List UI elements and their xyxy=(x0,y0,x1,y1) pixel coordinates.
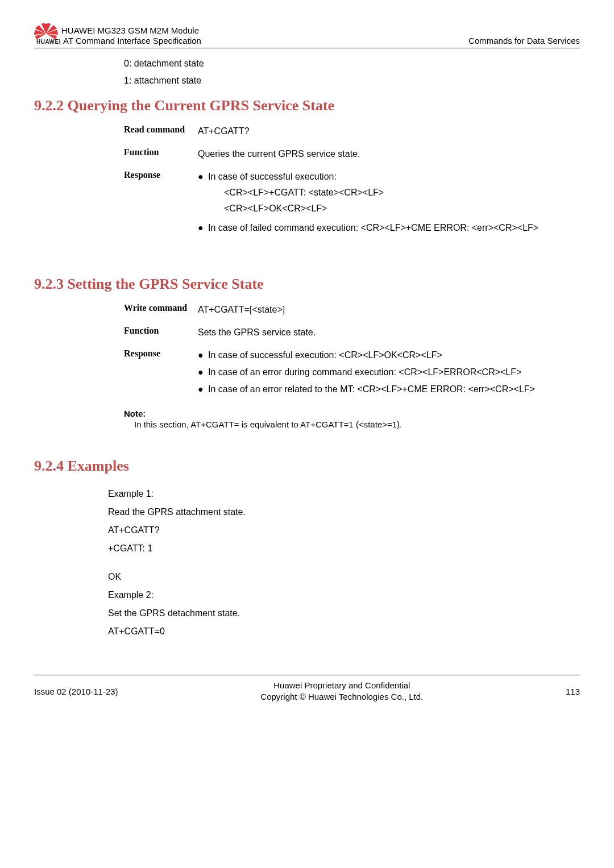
examples-block: Example 1: Read the GPRS attachment stat… xyxy=(108,485,580,641)
write-command-label: Write command xyxy=(124,303,198,313)
header-line1: HUAWEI MG323 GSM M2M Module xyxy=(61,26,201,36)
section-924-title: 9.2.4 Examples xyxy=(34,458,580,475)
function-label: Function xyxy=(124,326,198,336)
intro-state-0: 0: detachment state xyxy=(124,59,580,69)
footer-center-line1: Huawei Proprietary and Confidential xyxy=(118,680,566,691)
response-b1-sub2: <CR><LF>OK<CR><LF> xyxy=(224,202,580,215)
function-label: Function xyxy=(124,147,198,157)
example-1-line2: AT+CGATT? xyxy=(108,521,580,539)
header-line2: AT Command Interface Specification xyxy=(63,36,201,47)
function-value: Queries the current GPRS service state. xyxy=(198,147,580,161)
section-923-table: Write command AT+CGATT=[<state>] Functio… xyxy=(124,303,580,400)
huawei-wordmark: HUAWEI xyxy=(36,39,61,46)
example-2-line1: Set the GPRS detachment state. xyxy=(108,604,580,622)
page-footer: Issue 02 (2010-11-23) Huawei Proprietary… xyxy=(34,675,580,703)
footer-issue: Issue 02 (2010-11-23) xyxy=(34,687,118,696)
page-header: HUAWEI MG323 GSM M2M Module HUAWEI AT Co… xyxy=(34,23,580,48)
section-922-table: Read command AT+CGATT? Function Queries … xyxy=(124,124,580,238)
example-2-label: Example 2: xyxy=(108,586,580,604)
section-922-title: 9.2.2 Querying the Current GPRS Service … xyxy=(34,97,580,114)
example-1-label: Example 1: xyxy=(108,485,580,503)
response-b2-text: In case of failed command execution: <CR… xyxy=(208,221,580,235)
note-text: In this section, AT+CGATT= is equivalent… xyxy=(134,420,580,429)
example-1-line3: +CGATT: 1 xyxy=(108,539,580,558)
footer-page-number: 113 xyxy=(566,687,580,696)
read-command-label: Read command xyxy=(124,124,198,135)
note-block: Note: In this section, AT+CGATT= is equi… xyxy=(124,409,580,429)
read-command-value: AT+CGATT? xyxy=(198,124,580,138)
note-label: Note: xyxy=(124,409,580,418)
response-bullet-1: ● In case of successful execution: <CR><… xyxy=(198,348,580,362)
response-label: Response xyxy=(124,170,198,180)
function-value: Sets the GPRS service state. xyxy=(198,326,580,339)
bullet-icon: ● xyxy=(198,170,208,218)
response-label: Response xyxy=(124,348,198,359)
bullet-icon: ● xyxy=(198,366,208,379)
intro-state-1: 1: attachment state xyxy=(124,76,580,86)
example-1-line1: Read the GPRS attachment state. xyxy=(108,503,580,521)
section-923-title: 9.2.3 Setting the GPRS Service State xyxy=(34,276,580,293)
bullet-icon: ● xyxy=(198,348,208,362)
bullet-icon: ● xyxy=(198,221,208,235)
response-b1-text: In case of successful execution: <CR><LF… xyxy=(208,348,580,362)
example-2-line2: AT+CGATT=0 xyxy=(108,622,580,641)
bullet-icon: ● xyxy=(198,383,208,396)
header-right: Commands for Data Services xyxy=(468,36,580,47)
response-b1-sub1: <CR><LF>+CGATT: <state><CR><LF> xyxy=(224,186,580,200)
example-ok: OK xyxy=(108,568,580,586)
write-command-value: AT+CGATT=[<state>] xyxy=(198,303,580,317)
response-b1-text: In case of successful execution: xyxy=(208,170,580,184)
response-bullet-2: ● In case of failed command execution: <… xyxy=(198,221,580,235)
response-bullet-3: ● In case of an error related to the MT:… xyxy=(198,383,580,396)
response-bullet-2: ● In case of an error during command exe… xyxy=(198,366,580,379)
footer-center-line2: Copyright © Huawei Technologies Co., Ltd… xyxy=(118,691,566,703)
response-b2-text: In case of an error during command execu… xyxy=(208,366,580,379)
response-b3-text: In case of an error related to the MT: <… xyxy=(208,383,580,396)
response-bullet-1: ● In case of successful execution: <CR><… xyxy=(198,170,580,218)
